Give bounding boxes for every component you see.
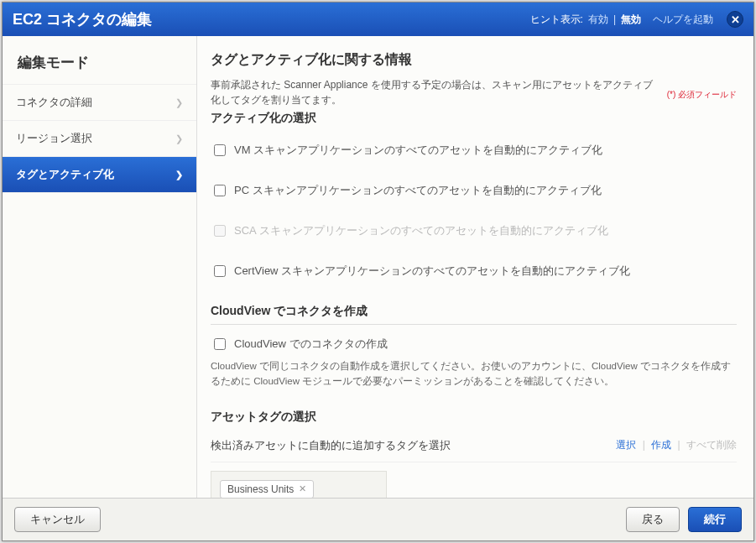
activation-option-certview: CertView スキャンアプリケーションのすべてのアセットを自動的にアクティブ… bbox=[211, 264, 737, 279]
remove-tag-icon[interactable]: ✕ bbox=[299, 483, 306, 494]
separator: | bbox=[643, 439, 645, 451]
activation-heading: アクティブ化の選択 bbox=[211, 111, 660, 126]
required-fields-note: (*) 必須フィールド bbox=[667, 77, 737, 101]
checkbox-pc[interactable] bbox=[214, 185, 226, 196]
activation-option-pc: PC スキャンアプリケーションのすべてのアセットを自動的にアクティブ化 bbox=[211, 183, 737, 198]
asset-tags-row: 検出済みアセットに自動的に追加するタグを選択 選択 | 作成 | すべて削除 bbox=[211, 438, 737, 462]
cancel-button[interactable]: キャンセル bbox=[14, 507, 101, 532]
sidebar-title: 編集モード bbox=[3, 48, 196, 84]
help-link[interactable]: ヘルプを起動 bbox=[653, 13, 713, 27]
sidebar-item-label: コネクタの詳細 bbox=[16, 95, 92, 110]
chevron-right-icon: ❯ bbox=[175, 97, 183, 108]
sidebar-item-tags-activation[interactable]: タグとアクティブ化 ❯ bbox=[3, 156, 196, 193]
sidebar-item-label: リージョン選択 bbox=[16, 131, 92, 146]
main-content: タグとアクティブ化に関する情報 事前承認された Scanner Applianc… bbox=[197, 36, 753, 498]
dialog: EC2 コネクタの編集 ヒント表示: 有効 | 無効 ヘルプを起動 ✕ 編集モー… bbox=[2, 2, 754, 541]
checkbox-certview[interactable] bbox=[214, 265, 226, 277]
dialog-header: EC2 コネクタの編集 ヒント表示: 有効 | 無効 ヘルプを起動 ✕ bbox=[3, 3, 753, 36]
option-label: CertView スキャンアプリケーションのすべてのアセットを自動的にアクティブ… bbox=[234, 264, 630, 279]
tag-chip-area: Business Units ✕ bbox=[211, 471, 387, 498]
continue-button[interactable]: 続行 bbox=[688, 507, 742, 532]
cloudview-option: CloudView でのコネクタの作成 bbox=[211, 337, 737, 352]
tag-chip: Business Units ✕ bbox=[220, 480, 314, 498]
cloudview-description: CloudView で同じコネクタの自動作成を選択してください。お使いのアカウン… bbox=[211, 358, 737, 389]
header-actions: ヒント表示: 有効 | 無効 ヘルプを起動 ✕ bbox=[530, 11, 743, 28]
asset-tags-label: 検出済みアセットに自動的に追加するタグを選択 bbox=[211, 438, 451, 453]
chevron-right-icon: ❯ bbox=[175, 133, 183, 144]
option-label: PC スキャンアプリケーションのすべてのアセットを自動的にアクティブ化 bbox=[234, 183, 602, 198]
hint-label: ヒント表示: bbox=[530, 13, 583, 27]
tag-chip-label: Business Units bbox=[227, 483, 294, 495]
dialog-body: 編集モード コネクタの詳細 ❯ リージョン選択 ❯ タグとアクティブ化 ❯ タグ… bbox=[3, 36, 753, 498]
close-button[interactable]: ✕ bbox=[727, 11, 743, 28]
sidebar-item-connector-details[interactable]: コネクタの詳細 ❯ bbox=[3, 84, 196, 120]
back-button[interactable]: 戻る bbox=[626, 507, 680, 532]
sidebar-item-label: タグとアクティブ化 bbox=[16, 167, 114, 182]
intro-text: 事前承認された Scanner Appliance を使用する予定の場合は、スキ… bbox=[211, 77, 660, 107]
option-label: CloudView でのコネクタの作成 bbox=[234, 337, 388, 352]
checkbox-vm[interactable] bbox=[214, 144, 226, 156]
checkbox-sca bbox=[214, 225, 226, 237]
cloudview-heading: CloudView でコネクタを作成 bbox=[211, 304, 737, 325]
close-icon: ✕ bbox=[731, 13, 740, 26]
sidebar: 編集モード コネクタの詳細 ❯ リージョン選択 ❯ タグとアクティブ化 ❯ bbox=[3, 36, 197, 498]
tag-remove-all-link[interactable]: すべて削除 bbox=[686, 439, 737, 451]
checkbox-cloudview[interactable] bbox=[214, 338, 226, 350]
hint-on-link[interactable]: 有効 bbox=[588, 13, 608, 27]
dialog-footer: キャンセル 戻る 続行 bbox=[3, 498, 753, 540]
tag-select-link[interactable]: 選択 bbox=[616, 439, 636, 451]
activation-option-vm: VM スキャンアプリケーションのすべてのアセットを自動的にアクティブ化 bbox=[211, 143, 737, 158]
option-label: VM スキャンアプリケーションのすべてのアセットを自動的にアクティブ化 bbox=[234, 143, 602, 158]
sidebar-item-region-select[interactable]: リージョン選択 ❯ bbox=[3, 120, 196, 156]
chevron-right-icon: ❯ bbox=[175, 170, 183, 180]
tag-create-link[interactable]: 作成 bbox=[651, 439, 671, 451]
footer-right: 戻る 続行 bbox=[626, 507, 742, 532]
activation-option-sca: SCA スキャンアプリケーションのすべてのアセットを自動的にアクティブ化 bbox=[211, 223, 737, 238]
asset-tags-actions: 選択 | 作成 | すべて削除 bbox=[616, 438, 737, 452]
asset-tags-heading: アセットタグの選択 bbox=[211, 410, 737, 425]
hint-off-link[interactable]: 無効 bbox=[621, 13, 641, 27]
page-title: タグとアクティブ化に関する情報 bbox=[211, 51, 737, 69]
separator: | bbox=[678, 439, 680, 451]
option-label: SCA スキャンアプリケーションのすべてのアセットを自動的にアクティブ化 bbox=[234, 223, 608, 238]
dialog-title: EC2 コネクタの編集 bbox=[13, 9, 530, 29]
separator: | bbox=[613, 13, 616, 25]
